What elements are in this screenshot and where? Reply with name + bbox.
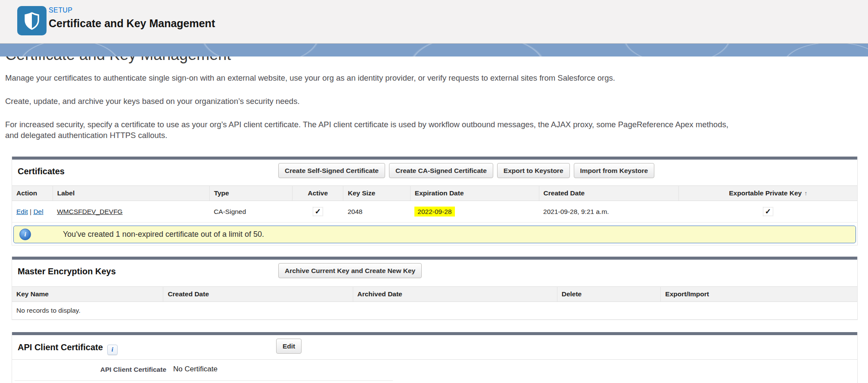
page-title: Certificate and Key Management xyxy=(49,17,215,30)
certificates-table-header-row: Action Label Type Active Key Size Expira… xyxy=(12,186,857,201)
header-text: SETUP Certificate and Key Management xyxy=(49,6,215,30)
certificates-section-header: Certificates Create Self-Signed Certific… xyxy=(12,160,857,185)
api-client-certificate-title-text: API Client Certificate xyxy=(18,342,103,352)
api-client-certificate-section: API Client Certificatei Edit API Client … xyxy=(12,332,858,383)
api-client-certificate-title: API Client Certificatei xyxy=(18,342,118,355)
shield-icon xyxy=(22,11,42,31)
column-header-created-date[interactable]: Created Date xyxy=(163,287,353,302)
column-header-expiration-date[interactable]: Expiration Date xyxy=(410,186,539,201)
decorative-banner xyxy=(0,44,868,57)
sort-ascending-icon[interactable]: ↑ xyxy=(804,190,807,197)
api-client-certificate-header: API Client Certificatei Edit xyxy=(12,335,857,360)
certificate-label-cell: WMCSFDEV_DEVFG xyxy=(53,201,209,223)
api-client-certificate-field-label: API Client Certificate xyxy=(15,366,166,374)
info-icon-glyph: i xyxy=(24,231,26,238)
column-header-key-size[interactable]: Key Size xyxy=(343,186,410,201)
certificate-label-link[interactable]: WMCSFDEV_DEVFG xyxy=(57,208,122,215)
security-tile xyxy=(17,6,47,35)
certificate-limit-message: i You've created 1 non-expired certifica… xyxy=(13,226,856,243)
certificate-expiration-cell: 2022-09-28 xyxy=(410,201,539,223)
column-header-label[interactable]: Label xyxy=(53,186,209,201)
column-header-key-name[interactable]: Key Name xyxy=(12,287,163,302)
expiration-date-highlight: 2022-09-28 xyxy=(414,207,454,217)
exportable-private-key-label: Exportable Private Key xyxy=(729,189,802,197)
exportable-checkmark-icon: ✓ xyxy=(763,207,773,216)
export-to-keystore-button[interactable]: Export to Keystore xyxy=(497,163,570,178)
certificates-button-group: Create Self-Signed Certificate Create CA… xyxy=(278,163,654,178)
column-header-created-date[interactable]: Created Date xyxy=(539,186,679,201)
edit-api-client-certificate-button[interactable]: Edit xyxy=(276,339,302,354)
certificate-active-cell: ✓ xyxy=(292,201,343,223)
certificate-key-size-cell: 2048 xyxy=(343,201,410,223)
api-client-certificate-field-value: No Certificate xyxy=(173,365,218,374)
certificates-section: Certificates Create Self-Signed Certific… xyxy=(12,157,858,245)
section-top-bar xyxy=(12,157,857,160)
column-header-export-import[interactable]: Export/Import xyxy=(661,287,857,302)
certificate-table-row: Edit | Del WMCSFDEV_DEVFG CA-Signed ✓ 20… xyxy=(12,201,857,223)
column-header-delete[interactable]: Delete xyxy=(557,287,661,302)
column-header-active[interactable]: Active xyxy=(292,186,343,201)
master-keys-title: Master Encryption Keys xyxy=(18,267,116,276)
api-client-certificate-field-row: API Client Certificate No Certificate xyxy=(15,360,393,381)
certificates-title: Certificates xyxy=(18,166,65,176)
column-header-action[interactable]: Action xyxy=(12,186,53,201)
no-records-message: No records to display. xyxy=(12,302,857,320)
edit-link[interactable]: Edit xyxy=(16,208,28,215)
certificate-limit-text: You've created 1 non-expired certificate… xyxy=(63,230,264,239)
master-encryption-keys-section: Master Encryption Keys Archive Current K… xyxy=(12,257,858,320)
master-keys-section-header: Master Encryption Keys Archive Current K… xyxy=(12,260,857,286)
certificate-exportable-cell: ✓ xyxy=(679,201,857,223)
info-icon[interactable]: i xyxy=(107,345,118,355)
import-from-keystore-button[interactable]: Import from Keystore xyxy=(574,163,655,178)
intro-paragraph-1: Manage your certificates to authenticate… xyxy=(5,72,863,83)
column-header-archived-date[interactable]: Archived Date xyxy=(353,287,557,302)
intro-paragraphs: Manage your certificates to authenticate… xyxy=(5,72,863,153)
intro-paragraph-3: For increased security, specify a certif… xyxy=(5,119,863,141)
intro-paragraph-3-line2: and delegated authentication HTTPS callo… xyxy=(5,131,167,140)
column-header-exportable-private-key[interactable]: Exportable Private Key↑ xyxy=(679,186,857,201)
master-keys-table: Key Name Created Date Archived Date Dele… xyxy=(12,286,857,320)
certificates-table: Action Label Type Active Key Size Expira… xyxy=(12,185,857,223)
intro-paragraph-3-line1: For increased security, specify a certif… xyxy=(5,120,728,129)
master-keys-table-header-row: Key Name Created Date Archived Date Dele… xyxy=(12,287,857,302)
section-top-bar xyxy=(12,332,857,335)
section-top-bar xyxy=(12,257,857,260)
active-checkmark-icon: ✓ xyxy=(313,207,323,216)
certificate-actions-cell: Edit | Del xyxy=(12,201,53,223)
master-keys-empty-row: No records to display. xyxy=(12,302,857,320)
create-ca-signed-certificate-button[interactable]: Create CA-Signed Certificate xyxy=(389,163,493,178)
master-keys-button-group: Archive Current Key and Create New Key xyxy=(278,263,422,278)
setup-eyebrow: SETUP xyxy=(49,6,215,14)
create-self-signed-certificate-button[interactable]: Create Self-Signed Certificate xyxy=(278,163,385,178)
archive-current-key-button[interactable]: Archive Current Key and Create New Key xyxy=(278,263,422,278)
del-link[interactable]: Del xyxy=(33,208,43,215)
certificate-type-cell: CA-Signed xyxy=(209,201,292,223)
intro-paragraph-2: Create, update, and archive your keys ba… xyxy=(5,96,863,107)
info-icon: i xyxy=(19,229,31,240)
certificate-created-cell: 2021-09-28, 9:21 a.m. xyxy=(539,201,679,223)
action-separator: | xyxy=(30,208,31,215)
column-header-type[interactable]: Type xyxy=(209,186,292,201)
setup-header: SETUP Certificate and Key Management xyxy=(0,0,868,44)
